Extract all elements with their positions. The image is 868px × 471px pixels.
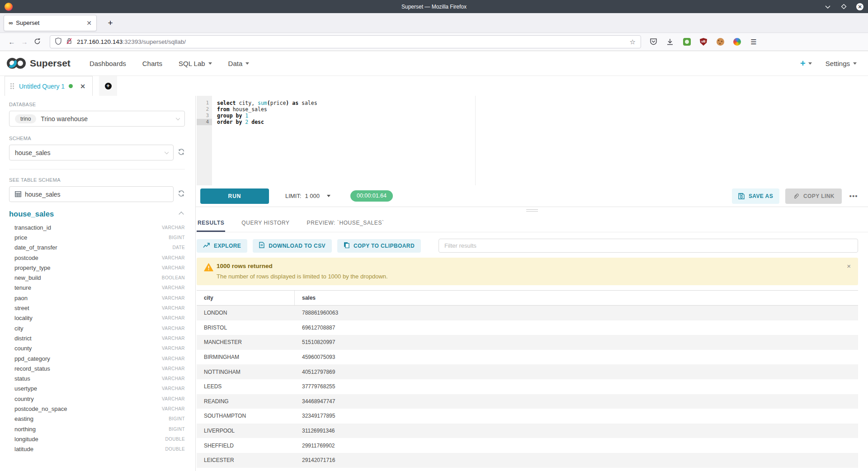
add-query-tab-button[interactable]: + xyxy=(99,76,117,96)
table-row[interactable]: LONDON788861960063 xyxy=(197,306,858,320)
results-tab-preview[interactable]: PREVIEW: `HOUSE_SALES` xyxy=(306,217,385,232)
column-row[interactable]: paonVARCHAR xyxy=(9,293,185,303)
column-row[interactable]: cityVARCHAR xyxy=(9,323,185,333)
refresh-schema-icon[interactable] xyxy=(178,148,185,157)
column-row[interactable]: usertypeVARCHAR xyxy=(9,384,185,394)
column-name: city xyxy=(14,325,24,332)
nav-item-data[interactable]: Data xyxy=(228,60,250,67)
url-bar[interactable]: 217.160.120.143:32393/superset/sqllab/ ☆ xyxy=(50,35,641,48)
lock-insecure-icon[interactable] xyxy=(66,38,72,47)
column-row[interactable]: longitudeDOUBLE xyxy=(9,434,185,444)
url-host: 217.160.120.143 xyxy=(77,38,123,45)
column-row[interactable]: districtVARCHAR xyxy=(9,333,185,343)
table-row[interactable]: BRISTOL69612708887 xyxy=(197,320,858,335)
column-row[interactable]: countryVARCHAR xyxy=(9,394,185,404)
schema-select[interactable]: house_sales xyxy=(9,145,174,160)
tab-close-icon[interactable]: ✕ xyxy=(86,19,92,27)
table-row[interactable]: BIRMINGHAM45960075093 xyxy=(197,350,858,365)
results-tab-results[interactable]: RESULTS xyxy=(197,217,225,232)
save-as-button[interactable]: SAVE AS xyxy=(732,188,779,204)
results-toolbar: EXPLOREDOWNLOAD TO CSVCOPY TO CLIPBOARD xyxy=(196,239,868,253)
table-row[interactable]: MANCHESTER51510820997 xyxy=(197,335,858,350)
pocket-icon[interactable] xyxy=(649,38,657,46)
pane-splitter[interactable] xyxy=(196,207,868,217)
column-row[interactable]: new_buildBOOLEAN xyxy=(9,273,185,283)
copy-to-clipboard-button[interactable]: COPY TO CLIPBOARD xyxy=(337,239,421,253)
superset-brand[interactable]: Superset xyxy=(6,57,71,69)
column-row[interactable]: postcodeVARCHAR xyxy=(9,253,185,263)
table-row[interactable]: READING34468947747 xyxy=(197,394,858,409)
table-row[interactable]: LIVERPOOL31126991346 xyxy=(197,424,858,438)
extension-asterisk-icon[interactable] xyxy=(733,38,741,46)
new-tab-button[interactable]: + xyxy=(104,18,117,28)
column-row[interactable]: streetVARCHAR xyxy=(9,303,185,313)
table-row[interactable]: LEICESTER29142071716 xyxy=(197,453,858,468)
table-row[interactable]: SOUTHAMPTON32349177895 xyxy=(197,409,858,424)
column-row[interactable]: eastingBIGINT xyxy=(9,414,185,424)
results-column-header[interactable]: city xyxy=(197,291,295,305)
table-heading[interactable]: house_sales xyxy=(9,210,54,218)
limit-dropdown[interactable]: LIMIT: 1 000 xyxy=(285,193,330,199)
column-type: VARCHAR xyxy=(162,386,185,391)
column-row[interactable]: latitudeDOUBLE xyxy=(9,444,185,454)
window-minimize-icon[interactable] xyxy=(825,4,831,10)
alert-close-icon[interactable]: × xyxy=(847,262,851,270)
column-name: county xyxy=(14,345,32,352)
more-actions-button[interactable]: ••• xyxy=(849,193,858,200)
refresh-table-icon[interactable] xyxy=(178,190,185,199)
table-row[interactable]: NOTTINGHAM40512797869 xyxy=(197,364,858,379)
column-row[interactable]: statusVARCHAR xyxy=(9,373,185,383)
cell-sales: 29911769902 xyxy=(295,443,858,449)
filter-results-input[interactable] xyxy=(439,239,858,253)
query-tab-close-icon[interactable]: ✕ xyxy=(80,83,85,90)
table-select[interactable]: house_sales xyxy=(9,186,174,202)
column-type: VARCHAR xyxy=(162,225,185,230)
shield-icon[interactable] xyxy=(55,38,61,47)
limit-label: LIMIT: xyxy=(285,193,301,199)
database-select[interactable]: trino Trino warehouse xyxy=(9,111,185,127)
results-tab-query-history[interactable]: QUERY HISTORY xyxy=(241,217,290,232)
column-row[interactable]: tenureVARCHAR xyxy=(9,283,185,293)
nav-item-dashboards[interactable]: Dashboards xyxy=(90,60,126,67)
column-row[interactable]: localityVARCHAR xyxy=(9,313,185,323)
new-item-menu[interactable]: + xyxy=(800,59,812,68)
window-close-icon[interactable]: ✕ xyxy=(856,3,863,10)
cookie-extension-icon[interactable] xyxy=(716,38,724,46)
download-to-csv-button[interactable]: DOWNLOAD TO CSV xyxy=(253,239,332,253)
column-row[interactable]: record_statusVARCHAR xyxy=(9,363,185,373)
column-row[interactable]: ppd_categoryVARCHAR xyxy=(9,353,185,363)
query-tab[interactable]: Untitled Query 1 ✕ xyxy=(5,76,93,96)
column-row[interactable]: transaction_idVARCHAR xyxy=(9,222,185,232)
nav-item-label: SQL Lab xyxy=(179,60,205,67)
table-row[interactable]: LEEDS37779768255 xyxy=(197,379,858,394)
column-row[interactable]: countyVARCHAR xyxy=(9,344,185,353)
column-row[interactable]: postcode_no_spaceVARCHAR xyxy=(9,404,185,414)
back-icon[interactable]: ← xyxy=(5,38,18,46)
settings-menu[interactable]: Settings xyxy=(826,60,857,67)
results-column-header[interactable]: sales xyxy=(295,291,858,305)
sql-editor[interactable]: 1234 select city, sum(price) as salesfro… xyxy=(196,96,868,185)
run-button[interactable]: RUN xyxy=(200,188,269,204)
browser-tab[interactable]: ∞ Superset ✕ xyxy=(4,15,97,31)
table-row[interactable]: SHEFFIELD29911769902 xyxy=(197,438,858,453)
copy-link-button[interactable]: COPY LINK xyxy=(785,188,842,204)
drag-handle-icon[interactable] xyxy=(10,83,14,89)
explore-button[interactable]: EXPLORE xyxy=(197,239,247,253)
collapse-chevron-up-icon[interactable] xyxy=(179,212,184,217)
cell-sales: 37779768255 xyxy=(295,383,858,390)
reload-icon[interactable] xyxy=(31,38,43,46)
sql-code-line: order by 2 desc xyxy=(217,119,317,125)
window-maximize-icon[interactable] xyxy=(840,4,847,10)
bookmark-star-icon[interactable]: ☆ xyxy=(630,38,636,46)
forward-icon[interactable]: → xyxy=(18,38,31,46)
downloads-icon[interactable] xyxy=(666,38,674,46)
column-row[interactable]: priceBIGINT xyxy=(9,232,185,242)
column-row[interactable]: date_of_transferDATE xyxy=(9,243,185,253)
ublock-icon[interactable]: uB xyxy=(699,38,708,46)
privacy-badger-icon[interactable] xyxy=(683,38,691,46)
hamburger-menu-icon[interactable]: ☰ xyxy=(750,38,758,46)
column-row[interactable]: property_typeVARCHAR xyxy=(9,263,185,273)
column-row[interactable]: northingBIGINT xyxy=(9,424,185,434)
nav-item-sql-lab[interactable]: SQL Lab xyxy=(179,60,212,67)
nav-item-charts[interactable]: Charts xyxy=(142,60,162,67)
